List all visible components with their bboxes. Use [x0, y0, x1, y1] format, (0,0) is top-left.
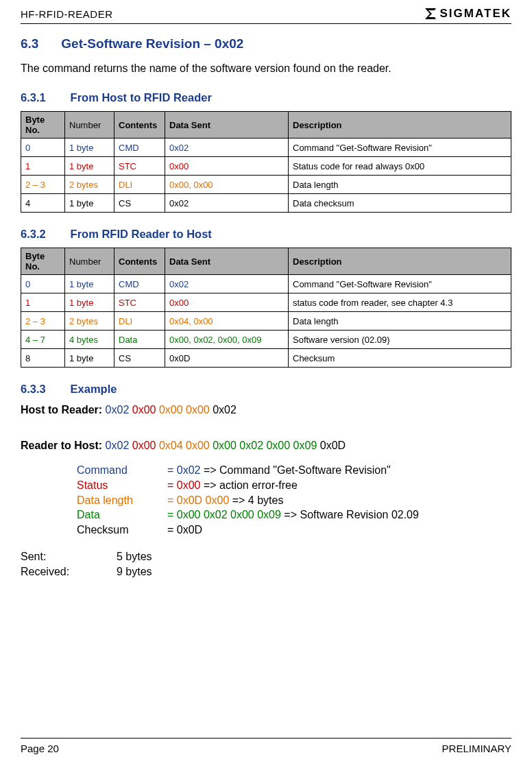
section-heading: 6.3 Get-Software Revision – 0x02 [21, 36, 511, 51]
reader-to-host-table: Byte No. Number Contents Data Sent Descr… [21, 248, 511, 368]
example-reader-to-host: Reader to Host: 0x02 0x00 0x04 0x00 0x00… [21, 440, 511, 452]
byte-span: 0x02 [213, 404, 237, 416]
cell-cont: CMD [114, 275, 165, 293]
th-byteno: Byte No. [21, 112, 65, 139]
cell-sent: 0x00, 0x02, 0x00, 0x09 [165, 331, 289, 349]
th-byteno: Byte No. [21, 248, 65, 275]
cell-desc: Checksum [289, 349, 511, 368]
table-header-row: Byte No. Number Contents Data Sent Descr… [21, 112, 511, 139]
r2h-label: Reader to Host: [21, 440, 102, 451]
subsection-title: Example [71, 383, 117, 395]
h2r-line: Host to Reader: 0x02 0x00 0x00 0x00 0x02 [21, 404, 511, 416]
received-value: 9 bytes [117, 564, 152, 579]
cell-byte: 0 [21, 139, 65, 157]
table-row: 2 – 32 bytesDLI0x04, 0x00Data length [21, 312, 511, 331]
example-breakdown: Command= 0x02 => Command "Get-Software R… [77, 463, 511, 537]
th-contents: Contents [114, 112, 165, 139]
table-row: 01 byteCMD0x02Command "Get-Software Revi… [21, 275, 511, 293]
subsection-title: From Host to RFID Reader [71, 91, 212, 104]
cell-num: 1 byte [65, 293, 114, 312]
cell-desc: status code from reader, see chapter 4.3 [289, 293, 511, 312]
breakdown-value: = 0x02 => Command "Get-Software Revision… [167, 463, 391, 478]
cell-sent: 0x04, 0x00 [165, 312, 289, 331]
cell-cont: DLI [114, 312, 165, 331]
th-description: Description [289, 112, 511, 139]
cell-byte: 2 – 3 [21, 176, 65, 194]
cell-cont: CMD [114, 139, 165, 157]
byte-span: 0x0D [320, 440, 346, 451]
subsection-title: From RFID Reader to Host [71, 228, 212, 240]
cell-sent: 0x0D [165, 349, 289, 368]
sent-received-summary: Sent: 5 bytes Received: 9 bytes [21, 549, 511, 579]
byte-span: 0x00 [132, 404, 156, 416]
cell-desc: Software version (02.09) [289, 331, 511, 349]
cell-num: 1 byte [65, 349, 114, 368]
breakdown-value: = 0x0D 0x00 => 4 bytes [167, 493, 283, 508]
page-header: HF-RFID-READER SIGMATEK [21, 7, 511, 24]
cell-desc: Status code for read always 0x00 [289, 157, 511, 176]
section-title: Get-Software Revision – 0x02 [61, 36, 243, 51]
section-number: 6.3 [21, 36, 58, 51]
h2r-label: Host to Reader: [21, 404, 102, 416]
th-datasent: Data Sent [165, 248, 289, 275]
subsection-number: 6.3.2 [21, 228, 67, 241]
breakdown-label: Data [77, 507, 167, 523]
subsection-number: 6.3.1 [21, 91, 67, 104]
breakdown-value: = 0x0D [167, 523, 202, 538]
r2h-line: Reader to Host: 0x02 0x00 0x04 0x00 0x00… [21, 440, 511, 452]
th-number: Number [65, 112, 114, 139]
byte-span: 0x04 0x00 [159, 440, 210, 451]
example-host-to-reader: Host to Reader: 0x02 0x00 0x00 0x00 0x02 [21, 404, 511, 416]
breakdown-label: Checksum [77, 523, 167, 538]
brand-text: SIGMATEK [440, 7, 511, 21]
subsection-number: 6.3.3 [21, 383, 67, 396]
subsection-heading: 6.3.2 From RFID Reader to Host [21, 228, 511, 241]
cell-byte: 4 – 7 [21, 331, 65, 349]
cell-cont: DLI [114, 176, 165, 194]
cell-sent: 0x00 [165, 157, 289, 176]
sigma-icon [424, 7, 437, 21]
sent-value: 5 bytes [117, 549, 152, 564]
cell-sent: 0x00 [165, 293, 289, 312]
table-row: 41 byteCS0x02Data checksum [21, 194, 511, 213]
table-row: 2 – 32 bytesDLI0x00, 0x00Data length [21, 176, 511, 194]
breakdown-row: Command= 0x02 => Command "Get-Software R… [77, 463, 511, 478]
cell-desc: Data checksum [289, 194, 511, 213]
sent-label: Sent: [21, 549, 117, 564]
cell-desc: Command "Get-Software Revision" [289, 139, 511, 157]
cell-cont: Data [114, 331, 165, 349]
table-row: 81 byteCS0x0DChecksum [21, 349, 511, 368]
breakdown-label: Data length [77, 493, 167, 508]
cell-num: 1 byte [65, 157, 114, 176]
breakdown-row: Data length= 0x0D 0x00 => 4 bytes [77, 493, 511, 508]
page-footer: Page 20 PRELIMINARY [21, 738, 511, 754]
breakdown-value: = 0x00 0x02 0x00 0x09 => Software Revisi… [167, 507, 419, 523]
cell-cont: STC [114, 157, 165, 176]
cell-num: 2 bytes [65, 312, 114, 331]
cell-desc: Data length [289, 312, 511, 331]
byte-span: 0x00 0x00 [159, 404, 210, 416]
host-to-reader-table: Byte No. Number Contents Data Sent Descr… [21, 111, 511, 213]
cell-sent: 0x02 [165, 139, 289, 157]
cell-cont: STC [114, 293, 165, 312]
byte-span: 0x00 0x02 0x00 0x09 [213, 440, 317, 451]
breakdown-label: Command [77, 463, 167, 478]
received-label: Received: [21, 564, 117, 579]
brand-logo: SIGMATEK [424, 7, 511, 21]
breakdown-row: Status= 0x00 => action error-free [77, 478, 511, 493]
byte-span: 0x00 [132, 440, 156, 451]
breakdown-row: Checksum= 0x0D [77, 523, 511, 538]
breakdown-row: Data= 0x00 0x02 0x00 0x09 => Software Re… [77, 507, 511, 523]
footer-status: PRELIMINARY [442, 743, 511, 754]
cell-byte: 1 [21, 157, 65, 176]
cell-byte: 0 [21, 275, 65, 293]
cell-cont: CS [114, 349, 165, 368]
th-description: Description [289, 248, 511, 275]
cell-desc: Data length [289, 176, 511, 194]
cell-byte: 4 [21, 194, 65, 213]
th-number: Number [65, 248, 114, 275]
cell-sent: 0x00, 0x00 [165, 176, 289, 194]
table-row: 4 – 74 bytesData0x00, 0x02, 0x00, 0x09So… [21, 331, 511, 349]
subsection-heading: 6.3.1 From Host to RFID Reader [21, 91, 511, 104]
cell-num: 1 byte [65, 139, 114, 157]
